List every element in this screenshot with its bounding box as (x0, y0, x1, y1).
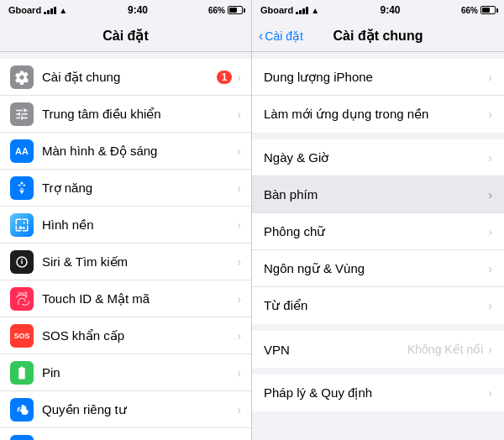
settings-item-itunes[interactable]: iTunes & App Store › (0, 428, 251, 440)
battery-icon-bg (10, 361, 34, 385)
touch-id-label: Touch ID & Mật mã (42, 291, 237, 306)
detail-item-ngay-gio[interactable]: Ngày & Giờ › (252, 139, 504, 176)
appstore-icon-bg (10, 435, 34, 440)
settings-item-tro-nang[interactable]: Trợ năng › (0, 170, 251, 207)
touch-id-chevron: › (237, 292, 241, 306)
wallpaper-icon-bg (10, 213, 34, 237)
right-panel: Gboard ▲ 9:40 66% ‹ Cài đặt Cài đặt chun… (252, 0, 504, 440)
gear-icon (14, 70, 29, 85)
hinh-nen-right: › (237, 218, 241, 232)
settings-item-hinh-nen[interactable]: Hình nền › (0, 207, 251, 244)
siri-right: › (237, 255, 241, 269)
cai-dat-chung-label: Cài đặt chung (42, 70, 217, 85)
settings-item-quyen-rieng-tu[interactable]: Quyền riêng tư › (0, 391, 251, 428)
detail-item-dung-luong[interactable]: Dung lượng iPhone › (252, 59, 504, 96)
back-label: Cài đặt (265, 29, 303, 43)
privacy-icon-bg (10, 398, 34, 422)
wifi-icon: ▲ (59, 6, 67, 15)
detail-item-phap-ly[interactable]: Pháp lý & Quy định › (252, 375, 504, 411)
back-button[interactable]: ‹ Cài đặt (259, 29, 303, 44)
detail-section-3: VPN Không Kết nối › (252, 331, 504, 368)
lam-moi-chevron: › (488, 107, 492, 121)
trung-tam-chevron: › (237, 107, 241, 121)
cai-dat-chung-chevron: › (237, 71, 241, 84)
sos-text: SOS (13, 332, 29, 340)
battery-pct: 66% (208, 6, 225, 15)
sos-chevron: › (237, 329, 241, 343)
status-right-right: 66% (461, 6, 496, 15)
detail-list: Dung lượng iPhone › Làm mới ứng dụng tro… (252, 52, 504, 440)
detail-item-ban-phim[interactable]: Bàn phím › (252, 176, 504, 213)
siri-icon-bg (10, 250, 34, 274)
settings-item-man-hinh[interactable]: AA Màn hình & Độ sáng › (0, 133, 251, 170)
brightness-icon-bg: AA (10, 139, 34, 163)
network-name-right: Gboard (260, 5, 293, 15)
siri-icon (14, 254, 29, 270)
wifi-icon-right: ▲ (311, 6, 319, 15)
ngon-ngu-chevron: › (488, 262, 492, 275)
settings-item-sos[interactable]: SOS SOS khẩn cấp › (0, 317, 251, 354)
settings-section-1: Cài đặt chung 1 › Trung tâm điều khiển › (0, 59, 251, 440)
hinh-nen-label: Hình nền (42, 217, 237, 233)
tu-dien-chevron: › (488, 299, 492, 312)
ngay-gio-chevron: › (488, 151, 492, 165)
status-right: 66% (208, 6, 243, 15)
siri-label: Siri & Tìm kiếm (42, 254, 237, 270)
left-panel: Gboard ▲ 9:40 66% Cài đặt Cài đ (0, 0, 252, 440)
vpn-chevron: › (488, 343, 492, 356)
quyen-rieng-tu-right: › (237, 403, 241, 416)
hand-icon (14, 402, 29, 417)
ngon-ngu-label: Ngôn ngữ & Vùng (264, 261, 488, 276)
ngay-gio-label: Ngày & Giờ (264, 150, 488, 165)
battery-icon-right (480, 6, 496, 14)
aa-icon: AA (15, 146, 29, 156)
hinh-nen-chevron: › (237, 218, 241, 232)
status-left: Gboard ▲ (8, 5, 67, 15)
status-left-right: Gboard ▲ (260, 5, 319, 15)
status-bar-right: Gboard ▲ 9:40 66% (252, 0, 504, 20)
detail-section-4: Pháp lý & Quy định › (252, 375, 504, 411)
settings-item-pin[interactable]: Pin › (0, 354, 251, 391)
dung-luong-label: Dung lượng iPhone (264, 70, 488, 85)
signal-icon-right (296, 7, 308, 14)
back-arrow-icon: ‹ (259, 29, 263, 44)
detail-item-tu-dien[interactable]: Từ điển › (252, 287, 504, 324)
right-nav-header: ‹ Cài đặt Cài đặt chung (252, 20, 504, 52)
right-title: Cài đặt chung (333, 28, 423, 44)
cai-dat-chung-badge: 1 (217, 71, 233, 84)
pin-chevron: › (237, 366, 241, 380)
battery-setting-icon (14, 365, 29, 380)
vpn-value: Không Kết nối (407, 343, 483, 356)
left-title: Cài đặt (102, 28, 148, 44)
phong-chu-label: Phông chữ (264, 224, 488, 239)
sliders-icon (14, 107, 29, 122)
left-nav-header: Cài đặt (0, 20, 251, 52)
quyen-rieng-tu-chevron: › (237, 403, 241, 416)
detail-item-phong-chu[interactable]: Phông chữ › (252, 213, 504, 250)
settings-list: Cài đặt chung 1 › Trung tâm điều khiển › (0, 52, 251, 440)
time-right: 9:40 (380, 4, 400, 16)
detail-item-ngon-ngu[interactable]: Ngôn ngữ & Vùng › (252, 250, 504, 287)
ban-phim-label: Bàn phím (264, 187, 488, 202)
sos-right: › (237, 329, 241, 343)
battery-icon (228, 6, 243, 14)
settings-item-touch-id[interactable]: Touch ID & Mật mã › (0, 280, 251, 317)
lam-moi-label: Làm mới ứng dụng trong nền (264, 107, 488, 122)
pin-right: › (237, 366, 241, 380)
fingerprint-icon-bg (10, 287, 34, 311)
detail-item-vpn[interactable]: VPN Không Kết nối › (252, 331, 504, 368)
settings-item-siri[interactable]: Siri & Tìm kiếm › (0, 244, 251, 280)
time-left: 9:40 (128, 4, 148, 16)
status-bar-left: Gboard ▲ 9:40 66% (0, 0, 251, 20)
siri-chevron: › (237, 255, 241, 269)
quyen-rieng-tu-label: Quyền riêng tư (42, 402, 237, 417)
man-hinh-right: › (237, 144, 241, 158)
detail-item-lam-moi[interactable]: Làm mới ứng dụng trong nền › (252, 96, 504, 133)
gear-icon-bg (10, 65, 34, 89)
trung-tam-label: Trung tâm điều khiển (42, 107, 237, 122)
settings-item-trung-tam[interactable]: Trung tâm điều khiển › (0, 96, 251, 133)
phap-ly-label: Pháp lý & Quy định (264, 385, 488, 401)
accessibility-icon-bg (10, 176, 34, 200)
settings-item-cai-dat-chung[interactable]: Cài đặt chung 1 › (0, 59, 251, 96)
touch-id-right: › (237, 292, 241, 306)
